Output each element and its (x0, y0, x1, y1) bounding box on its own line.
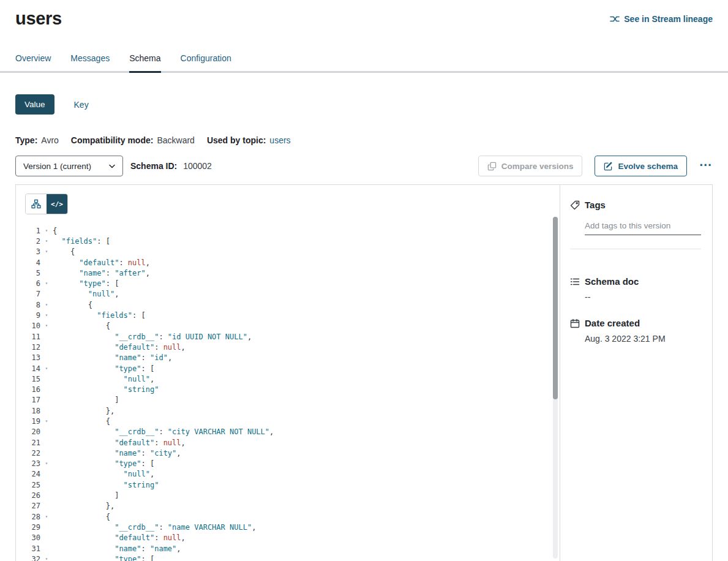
tags-section: Tags (570, 200, 701, 249)
value-toggle-button[interactable]: Value (15, 94, 54, 115)
line-number: 2 (16, 237, 40, 246)
tags-input[interactable] (585, 220, 701, 235)
scrollbar[interactable] (553, 217, 558, 559)
schema-details-sidebar: Tags Schema doc -- Date created (560, 185, 712, 561)
line-number: 10 (16, 322, 40, 330)
code-text: "__crdb__": "id UUID NOT NULL", (53, 333, 252, 341)
code-line: 3▾ { (16, 247, 560, 257)
line-number: 16 (16, 385, 40, 394)
line-number: 5 (16, 269, 40, 277)
fold-toggle-icon[interactable]: ▾ (40, 366, 53, 371)
schema-editor-panel: </> 1▾{2▾ "fields": [3▾ {4 "default": nu… (16, 185, 560, 561)
fold-toggle-icon[interactable]: ▾ (40, 239, 53, 244)
code-line: 10▾ { (16, 321, 560, 331)
line-number: 28 (16, 513, 40, 521)
evolve-schema-button[interactable]: Evolve schema (595, 156, 687, 176)
type-label: Type: (15, 135, 37, 145)
schema-key-value-toggle: Value Key (15, 94, 713, 115)
code-line: 30 "default": null, (16, 533, 560, 543)
fold-toggle-icon[interactable]: ▾ (40, 281, 53, 286)
tab-schema[interactable]: Schema (129, 53, 160, 71)
code-line: 2▾ "fields": [ (16, 236, 560, 246)
line-number: 32 (16, 555, 40, 561)
tags-heading: Tags (570, 200, 701, 210)
version-select[interactable]: Version 1 (current) (15, 156, 123, 176)
code-text: "default": null, (53, 343, 186, 352)
fold-toggle-icon[interactable]: ▾ (40, 419, 53, 424)
line-number: 15 (16, 375, 40, 383)
page-header: users See in Stream lineage (0, 0, 728, 29)
code-text: "fields": [ (53, 311, 146, 320)
code-text: "default": null, (53, 533, 186, 542)
line-number: 13 (16, 353, 40, 362)
compare-versions-button[interactable]: Compare versions (478, 156, 583, 176)
code-line: 27 }, (16, 501, 560, 511)
tab-configuration[interactable]: Configuration (181, 53, 231, 71)
key-toggle-button[interactable]: Key (74, 100, 89, 110)
code-text: { (53, 247, 75, 256)
fold-toggle-icon[interactable]: ▾ (40, 313, 53, 318)
schema-code-editor[interactable]: 1▾{2▾ "fields": [3▾ {4 "default": null,5… (16, 225, 560, 561)
line-number: 1 (16, 227, 40, 235)
tab-messages[interactable]: Messages (70, 53, 110, 71)
stream-lineage-link[interactable]: See in Stream lineage (610, 14, 713, 24)
used-by-topic-label: Used by topic: (207, 135, 266, 145)
tab-bar: Overview Messages Schema Configuration (0, 53, 728, 73)
scrollbar-thumb[interactable] (553, 217, 558, 399)
code-line: 16 "string" (16, 384, 560, 394)
fold-toggle-icon[interactable]: ▾ (40, 228, 53, 233)
evolve-schema-label: Evolve schema (618, 162, 678, 171)
code-text: "__crdb__": "city VARCHAR NOT NULL", (53, 427, 274, 436)
line-number: 21 (16, 439, 40, 447)
code-text: { (53, 513, 110, 521)
fold-toggle-icon[interactable]: ▾ (40, 303, 53, 307)
code-line: 18 }, (16, 405, 560, 416)
fold-toggle-icon[interactable]: ▾ (40, 557, 53, 561)
tab-overview[interactable]: Overview (15, 53, 51, 71)
chevron-down-icon (109, 164, 115, 168)
schema-actions: Compare versions Evolve schema ⋯ (478, 156, 713, 176)
code-text: "type": [ (53, 364, 154, 373)
line-number: 4 (16, 258, 40, 267)
code-line: 13 "name": "id", (16, 353, 560, 363)
tags-title: Tags (585, 200, 606, 210)
tree-view-button[interactable] (26, 194, 47, 214)
fold-toggle-icon[interactable]: ▾ (40, 249, 53, 254)
evolve-schema-icon (604, 162, 613, 171)
list-icon (570, 277, 580, 287)
code-text: "name": "after", (53, 269, 150, 277)
fold-toggle-icon[interactable]: ▾ (40, 323, 53, 328)
topic-link[interactable]: users (269, 135, 290, 145)
code-text: "default": null, (53, 439, 186, 447)
sidebar-divider (570, 249, 701, 249)
schema-doc-section: Schema doc -- (570, 276, 701, 302)
line-number: 29 (16, 523, 40, 532)
version-select-value: Version 1 (current) (23, 162, 91, 171)
calendar-icon (570, 318, 580, 328)
date-created-value: Aug. 3 2022 3:21 PM (585, 334, 701, 344)
code-text: "type": [ (53, 555, 154, 561)
code-view-button[interactable]: </> (47, 194, 67, 214)
code-line: 5 "name": "after", (16, 268, 560, 278)
code-line: 22 "name": "city", (16, 448, 560, 458)
type-value: Avro (41, 135, 59, 145)
line-number: 17 (16, 396, 40, 404)
code-text: { (53, 417, 110, 426)
code-line: 29 "__crdb__": "name VARCHAR NULL", (16, 522, 560, 532)
code-line: 32▾ "type": [ (16, 554, 560, 561)
code-text: "string" (53, 385, 159, 394)
line-number: 30 (16, 533, 40, 542)
fold-toggle-icon[interactable]: ▾ (40, 514, 53, 519)
line-number: 23 (16, 459, 40, 468)
line-number: 7 (16, 290, 40, 298)
fold-toggle-icon[interactable]: ▾ (40, 461, 53, 466)
line-number: 18 (16, 407, 40, 415)
more-options-button[interactable]: ⋯ (699, 158, 713, 175)
compatibility-mode-value: Backward (157, 135, 194, 145)
code-line: 12 "default": null, (16, 342, 560, 352)
tag-icon (570, 200, 580, 210)
code-line: 9▾ "fields": [ (16, 310, 560, 320)
code-line: 15 "null", (16, 374, 560, 384)
code-text: ] (53, 491, 119, 500)
code-text: { (53, 322, 110, 330)
